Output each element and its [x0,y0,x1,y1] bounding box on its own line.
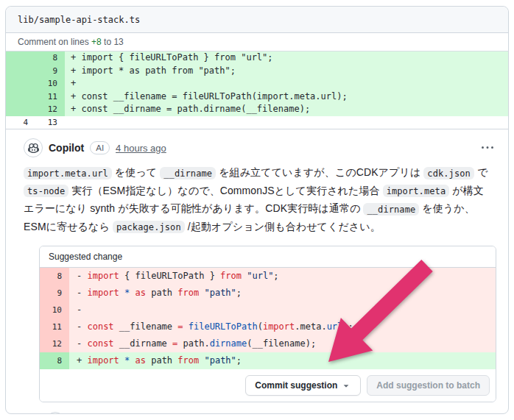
comment-range-start: +8 [91,37,102,47]
code-token [183,321,189,332]
diff-row: 10+ [6,77,508,90]
file-path: lib/sample-api-stack.ts [18,15,140,25]
code-token: "path" [204,288,236,298]
suggestion-diff-row: 12- const __dirname = path.dirname(__fil… [40,335,496,352]
add-suggestion-to-batch-button[interactable]: Add suggestion to batch [367,375,490,396]
diff-gutter: 12 [6,103,65,116]
code-token: - [77,271,87,281]
diff-row: 413 [6,116,508,129]
diff-row: 11+ const __filename = fileURLToPath(imp… [6,90,508,104]
file-header: lib/sample-api-stack.ts [6,7,508,33]
suggestion-diff-row: 8- import { fileURLToPath } from "url"; [40,268,496,285]
code-token: .meta. [295,321,326,332]
suggestion-diff-row: 8+ import * as path from "path"; [40,352,496,369]
dropdown-caret-icon [341,380,351,391]
code-token: ( [258,321,263,332]
comment-range-middle: to [102,37,114,47]
diff-gutter: 10 [6,77,65,90]
comment-range-prefix: Comment on lines [18,37,91,47]
comment-range-end: 13 [113,37,123,47]
code-token: fileURLToPath [189,321,258,332]
code-token: ; [236,288,242,298]
inline-code: cdk.json [423,167,474,179]
code-token: url [327,321,343,332]
comment-footer: Copilot uses AI. Check for mistakes. [46,412,498,414]
code-token: as [135,355,146,366]
kebab-menu-icon[interactable] [482,142,498,154]
inline-code: package.json [113,221,185,233]
diff-code-line: + import { fileURLToPath } from "url"; [65,51,508,65]
suggestion-code-line: - const __filename = fileURLToPath(impor… [69,318,496,335]
line-number: 10 [40,302,69,318]
new-line-number: 9 [35,65,65,78]
code-token: - [77,288,87,298]
inline-code: import.meta.url [24,167,112,179]
review-comment-card: lib/sample-api-stack.ts Comment on lines… [5,6,509,414]
code-token: from [220,271,242,281]
diff-gutter: 413 [6,116,65,129]
diff-gutter: 11 [6,90,65,104]
commit-suggestion-button[interactable]: Commit suggestion [245,375,361,396]
suggested-change-title: Suggested change [40,246,496,268]
suggestion-code-line: - import * as path from "path"; [69,285,496,302]
code-token: __filename [114,321,178,332]
code-token: + [77,355,87,366]
code-token: const [87,321,113,332]
body-text: を組み立てていますが、このCDKアプリは [216,166,423,178]
diff-code-line [65,116,508,129]
diff-gutter: 8 [6,51,65,65]
suggestion-diff-row: 11- const __filename = fileURLToPath(imp… [40,318,496,335]
inline-code: __dirname [363,203,419,216]
old-line-number [6,77,35,90]
suggestion-diff-row: 10- [40,302,496,318]
new-line-number: 13 [35,116,65,129]
suggestion-code-line: - [69,302,496,318]
comment-body: import.meta.url を使って __dirname を組み立てています… [24,164,498,236]
suggestion-diff-row: 9- import * as path from "path"; [40,285,496,302]
code-token: const [87,338,113,349]
diff-row: 12+ const __dirname = path.dirname(__fil… [6,103,508,116]
comment-range-line: Comment on lines +8 to 13 [6,33,508,51]
timestamp-link[interactable]: 4 hours ago [116,143,166,154]
old-line-number: 4 [6,116,35,129]
line-number: 12 [40,335,69,352]
diff-code-line: + const __dirname = path.dirname(__filen… [65,103,508,116]
code-token: path [146,288,177,298]
old-line-number [6,65,35,78]
copilot-avatar-icon [24,138,43,157]
code-token: as [135,288,146,298]
code-token: ; [273,271,278,281]
comment-header: Copilot AI 4 hours ago [24,138,498,157]
inline-code: import.meta [383,185,450,197]
new-line-number: 11 [35,90,65,104]
code-token: import [263,321,295,332]
copilot-comment: Copilot AI 4 hours ago import.meta.url を… [6,129,508,414]
diff-row: 9+ import * as path from "path"; [6,65,508,78]
suggestion-code-line: - const __dirname = path.dirname(__filen… [69,335,496,352]
old-line-number [6,90,35,104]
code-token: - [77,338,87,349]
commit-suggestion-label: Commit suggestion [255,380,337,391]
code-token [119,288,124,298]
diff-row: 8+ import { fileURLToPath } from "url"; [6,51,508,65]
code-token: path. [177,338,209,349]
add-reaction-button[interactable] [46,412,65,414]
line-number: 8 [40,268,69,285]
code-token: dirname [210,338,247,349]
code-token: path [146,355,177,366]
code-token: ); [342,321,353,332]
code-token: __dirname [114,338,172,349]
old-line-number [6,103,35,116]
code-token: "path" [204,355,236,366]
inline-code: ts-node [24,185,68,197]
code-token: from [177,288,199,298]
code-token [130,288,135,298]
line-number: 8 [40,352,69,369]
code-token: import [87,288,119,298]
ai-badge: AI [90,141,110,154]
code-token: { fileURLToPath } [119,271,220,281]
line-number: 9 [40,285,69,302]
suggested-change-block: Suggested change 8- import { fileURLToPa… [39,246,496,402]
code-token: = [177,321,183,332]
new-line-number: 8 [35,51,65,65]
